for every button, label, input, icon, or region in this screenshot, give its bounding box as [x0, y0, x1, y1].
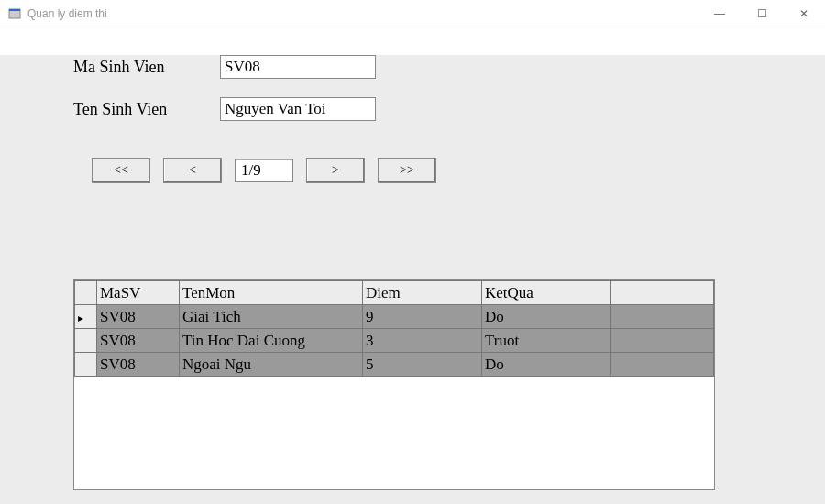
tensv-row: Ten Sinh Vien	[73, 97, 825, 121]
maximize-button[interactable]: ☐	[741, 0, 783, 27]
cell-diem[interactable]: 5	[363, 353, 482, 377]
cell-masv[interactable]: SV08	[97, 353, 180, 377]
tensv-label: Ten Sinh Vien	[73, 100, 220, 119]
window-controls: — ☐ ✕	[698, 0, 825, 27]
nav-row: << < > >>	[92, 158, 825, 183]
svg-rect-1	[9, 9, 20, 11]
minimize-button[interactable]: —	[698, 0, 741, 27]
cell-extra	[610, 305, 714, 329]
row-indicator-cell[interactable]	[75, 329, 97, 353]
current-row-icon: ▸	[78, 312, 83, 325]
header-masv[interactable]: MaSV	[97, 281, 180, 305]
tensv-input[interactable]	[220, 97, 376, 121]
cell-masv[interactable]: SV08	[97, 305, 180, 329]
next-button[interactable]: >	[306, 158, 365, 183]
window-title: Quan ly diem thi	[28, 7, 698, 20]
header-row: MaSV TenMon Diem KetQua	[75, 281, 714, 305]
cell-tenmon[interactable]: Giai Tich	[180, 305, 363, 329]
masv-row: Ma Sinh Vien	[73, 55, 825, 79]
cell-diem[interactable]: 9	[363, 305, 482, 329]
header-extra	[610, 281, 714, 305]
client-area: Ma Sinh Vien Ten Sinh Vien << < > >> MaS…	[0, 55, 825, 504]
row-indicator-cell[interactable]: ▸	[75, 305, 97, 329]
titlebar: Quan ly diem thi — ☐ ✕	[0, 0, 825, 27]
page-indicator[interactable]	[235, 159, 293, 182]
header-ketqua[interactable]: KetQua	[482, 281, 610, 305]
prev-button[interactable]: <	[163, 158, 222, 183]
table-row[interactable]: SV08 Tin Hoc Dai Cuong 3 Truot	[75, 329, 714, 353]
header-diem[interactable]: Diem	[363, 281, 482, 305]
cell-tenmon[interactable]: Ngoai Ngu	[180, 353, 363, 377]
table-row[interactable]: SV08 Ngoai Ngu 5 Do	[75, 353, 714, 377]
data-grid[interactable]: MaSV TenMon Diem KetQua ▸ SV08 Giai Tich…	[73, 279, 715, 490]
cell-masv[interactable]: SV08	[97, 329, 180, 353]
row-selector-header	[75, 281, 97, 305]
cell-ketqua[interactable]: Do	[482, 353, 610, 377]
cell-diem[interactable]: 3	[363, 329, 482, 353]
first-button[interactable]: <<	[92, 158, 150, 183]
table-row[interactable]: ▸ SV08 Giai Tich 9 Do	[75, 305, 714, 329]
cell-extra	[610, 329, 714, 353]
last-button[interactable]: >>	[378, 158, 436, 183]
grid-empty-area	[74, 377, 714, 489]
close-button[interactable]: ✕	[783, 0, 825, 27]
app-icon	[7, 6, 22, 21]
cell-ketqua[interactable]: Truot	[482, 329, 610, 353]
cell-ketqua[interactable]: Do	[482, 305, 610, 329]
header-tenmon[interactable]: TenMon	[180, 281, 363, 305]
masv-label: Ma Sinh Vien	[73, 58, 220, 77]
cell-extra	[610, 353, 714, 377]
row-indicator-cell[interactable]	[75, 353, 97, 377]
masv-input[interactable]	[220, 55, 376, 79]
cell-tenmon[interactable]: Tin Hoc Dai Cuong	[180, 329, 363, 353]
